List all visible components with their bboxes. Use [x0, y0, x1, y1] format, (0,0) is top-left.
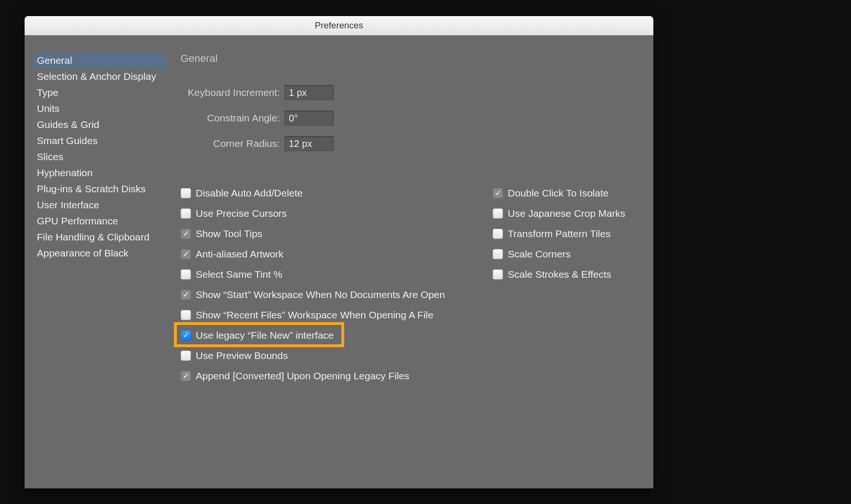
checkbox-icon: ✓ — [181, 249, 191, 259]
checkbox-label: Show “Start” Workspace When No Documents… — [196, 289, 445, 300]
input-corner-radius[interactable] — [285, 136, 334, 151]
sidebar-item-file-handling-clipboard[interactable]: File Handling & Clipboard — [34, 229, 166, 245]
checkbox-show-tool-tips[interactable]: ✓Show Tool Tips — [181, 223, 474, 244]
checkbox-double-click-to-isolate[interactable]: ✓Double Click To Isolate — [493, 183, 625, 203]
sidebar-item-guides-grid[interactable]: Guides & Grid — [34, 117, 166, 133]
panel-title: General — [181, 52, 634, 65]
checkbox-label: Show Tool Tips — [196, 228, 262, 239]
checkbox-show-recent-files-workspace-when-opening[interactable]: Show “Recent Files” Workspace When Openi… — [181, 305, 474, 325]
sidebar-item-general[interactable]: General — [34, 52, 166, 68]
checkbox-icon — [493, 249, 503, 259]
checkbox-disable-auto-add-delete[interactable]: Disable Auto Add/Delete — [181, 183, 474, 203]
checkbox-icon — [181, 188, 191, 198]
checkbox-icon: ✓ — [493, 188, 503, 198]
checkbox-use-japanese-crop-marks[interactable]: Use Japanese Crop Marks — [493, 203, 625, 223]
checkbox-icon — [493, 229, 503, 239]
checkbox-label: Select Same Tint % — [196, 269, 282, 280]
checkbox-icon: ✓ — [181, 371, 191, 381]
checkbox-label: Show “Recent Files” Workspace When Openi… — [196, 309, 434, 321]
sidebar-item-selection-anchor-display[interactable]: Selection & Anchor Display — [34, 68, 166, 85]
checkbox-icon — [181, 310, 191, 320]
checkbox-use-precise-cursors[interactable]: Use Precise Cursors — [181, 203, 474, 223]
checkbox-label: Scale Strokes & Effects — [508, 269, 611, 280]
label-constrain-angle: Constrain Angle: — [181, 112, 285, 124]
input-keyboard-increment[interactable] — [285, 85, 334, 100]
titlebar: Preferences — [25, 16, 653, 35]
checkbox-area: Disable Auto Add/DeleteUse Precise Curso… — [181, 183, 634, 386]
checkbox-label: Append [Converted] Upon Opening Legacy F… — [196, 370, 409, 382]
checkbox-icon: ✓ — [181, 330, 191, 341]
sidebar: GeneralSelection & Anchor DisplayTypeUni… — [34, 52, 166, 479]
field-keyboard-increment: Keyboard Increment: — [181, 80, 634, 105]
sidebar-item-hyphenation[interactable]: Hyphenation — [34, 165, 166, 181]
sidebar-item-user-interface[interactable]: User Interface — [34, 197, 166, 213]
checkbox-label: Disable Auto Add/Delete — [196, 188, 303, 199]
main-panel: General Keyboard Increment: Constrain An… — [166, 52, 634, 479]
divider — [181, 171, 634, 171]
checkbox-icon — [181, 208, 191, 219]
field-corner-radius: Corner Radius: — [181, 131, 634, 156]
sidebar-item-plug-ins-scratch-disks[interactable]: Plug-ins & Scratch Disks — [34, 181, 166, 197]
divider — [181, 68, 634, 68]
sidebar-item-appearance-of-black[interactable]: Appearance of Black — [34, 245, 166, 261]
checkbox-label: Transform Pattern Tiles — [508, 228, 610, 239]
checkbox-column-left: Disable Auto Add/DeleteUse Precise Curso… — [181, 183, 474, 386]
checkbox-label: Use legacy “File New” interface — [196, 330, 334, 341]
label-keyboard-increment: Keyboard Increment: — [181, 87, 285, 98]
checkbox-label: Anti-aliased Artwork — [196, 248, 284, 260]
input-constrain-angle[interactable] — [285, 111, 334, 126]
sidebar-item-units[interactable]: Units — [34, 101, 166, 117]
checkbox-label: Use Japanese Crop Marks — [508, 208, 625, 219]
checkbox-use-preview-bounds[interactable]: Use Preview Bounds — [181, 345, 474, 366]
checkbox-label: Use Preview Bounds — [196, 350, 288, 361]
checkbox-append-converted-upon-opening-legacy-fil[interactable]: ✓Append [Converted] Upon Opening Legacy … — [181, 366, 474, 386]
checkbox-show-start-workspace-when-no-documents-a[interactable]: ✓Show “Start” Workspace When No Document… — [181, 284, 474, 305]
checkbox-column-right: ✓Double Click To IsolateUse Japanese Cro… — [493, 183, 625, 386]
checkbox-use-legacy-file-new-interface[interactable]: ✓Use legacy “File New” interface — [181, 325, 474, 345]
checkbox-select-same-tint-[interactable]: Select Same Tint % — [181, 264, 474, 284]
checkbox-scale-corners[interactable]: Scale Corners — [493, 244, 625, 264]
checkbox-label: Double Click To Isolate — [508, 188, 608, 199]
checkbox-icon: ✓ — [181, 290, 191, 300]
checkbox-anti-aliased-artwork[interactable]: ✓Anti-aliased Artwork — [181, 244, 474, 264]
checkbox-icon — [181, 269, 191, 280]
sidebar-item-slices[interactable]: Slices — [34, 149, 166, 165]
divider — [181, 394, 634, 395]
dialog-body: GeneralSelection & Anchor DisplayTypeUni… — [25, 35, 653, 488]
sidebar-item-gpu-performance[interactable]: GPU Performance — [34, 213, 166, 229]
preferences-dialog: Preferences GeneralSelection & Anchor Di… — [25, 16, 653, 488]
fields-block: Keyboard Increment: Constrain Angle: Cor… — [181, 80, 634, 156]
checkbox-icon: ✓ — [181, 229, 191, 239]
checkbox-scale-strokes-effects[interactable]: Scale Strokes & Effects — [493, 264, 625, 284]
checkbox-transform-pattern-tiles[interactable]: Transform Pattern Tiles — [493, 223, 625, 244]
label-corner-radius: Corner Radius: — [181, 138, 285, 149]
window-title: Preferences — [315, 20, 363, 31]
checkbox-label: Scale Corners — [508, 248, 571, 260]
checkbox-icon — [493, 269, 503, 280]
checkbox-icon — [181, 350, 191, 361]
checkbox-label: Use Precise Cursors — [196, 208, 287, 219]
sidebar-item-type[interactable]: Type — [34, 85, 166, 101]
field-constrain-angle: Constrain Angle: — [181, 105, 634, 131]
sidebar-item-smart-guides[interactable]: Smart Guides — [34, 133, 166, 149]
checkbox-icon — [493, 208, 503, 219]
